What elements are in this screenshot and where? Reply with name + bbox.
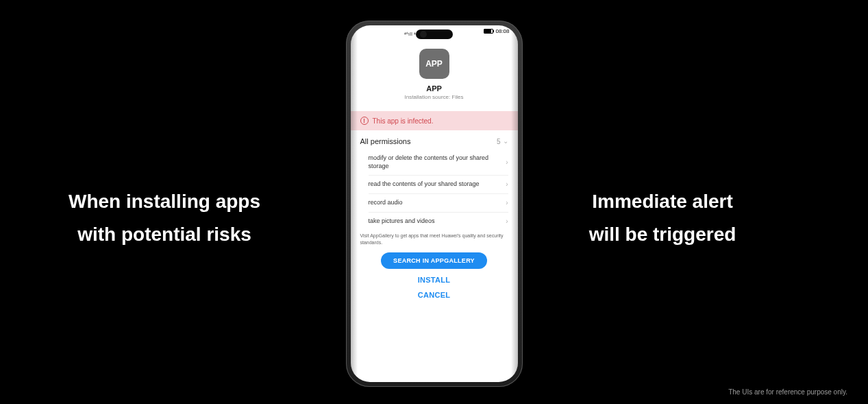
permission-label: read the contents of your shared storage (369, 180, 486, 189)
status-bar: 08:08 (482, 28, 509, 34)
warning-text: This app is infected. (373, 117, 434, 125)
permissions-header[interactable]: All permissions 5 ⌄ (351, 130, 518, 150)
permission-label: record audio (369, 199, 410, 207)
action-buttons: SEARCH IN APPGALLERY INSTALL CANCEL (351, 248, 518, 306)
disclaimer-text: The UIs are for reference purpose only. (728, 388, 847, 396)
cancel-button[interactable]: CANCEL (418, 291, 451, 299)
search-appgallery-button[interactable]: SEARCH IN APPGALLERY (381, 252, 487, 269)
permission-item[interactable]: read the contents of your shared storage… (369, 176, 508, 194)
warning-icon: ! (360, 117, 369, 125)
permission-label: take pictures and videos (369, 217, 442, 226)
app-icon: APP (419, 49, 449, 79)
permission-item[interactable]: record audio › (369, 194, 508, 213)
caption-left: When installing apps with potential risk… (41, 185, 288, 250)
caption-right: Immediate alert will be triggered (546, 185, 779, 250)
app-source: Installation source: Files (351, 94, 518, 100)
appgallery-note: Visit AppGallery to get apps that meet H… (351, 230, 518, 248)
permissions-title: All permissions (360, 137, 411, 145)
chevron-right-icon: › (506, 218, 508, 225)
permissions-count: 5 (497, 138, 501, 145)
chevron-right-icon: › (506, 159, 508, 166)
battery-icon (484, 29, 493, 34)
status-time: 08:08 (495, 28, 509, 34)
phone-screen: ⁴⁶ıll ⁴⁶ıll ᯤ 08:08 APP APP Installation… (351, 25, 518, 382)
permission-item[interactable]: modify or delete the contents of your sh… (369, 150, 508, 176)
permissions-list: modify or delete the contents of your sh… (351, 150, 518, 230)
permission-item[interactable]: take pictures and videos › (369, 213, 508, 230)
chevron-right-icon: › (506, 181, 508, 188)
warning-banner: ! This app is infected. (351, 111, 518, 130)
camera-notch (416, 29, 453, 39)
permission-label: modify or delete the contents of your sh… (369, 154, 506, 170)
app-name: APP (351, 84, 518, 93)
chevron-right-icon: › (506, 200, 508, 206)
phone-frame: ⁴⁶ıll ⁴⁶ıll ᯤ 08:08 APP APP Installation… (346, 21, 523, 387)
chevron-down-icon: ⌄ (503, 138, 508, 145)
app-header: APP APP Installation source: Files (351, 43, 518, 107)
install-button[interactable]: INSTALL (418, 276, 451, 284)
